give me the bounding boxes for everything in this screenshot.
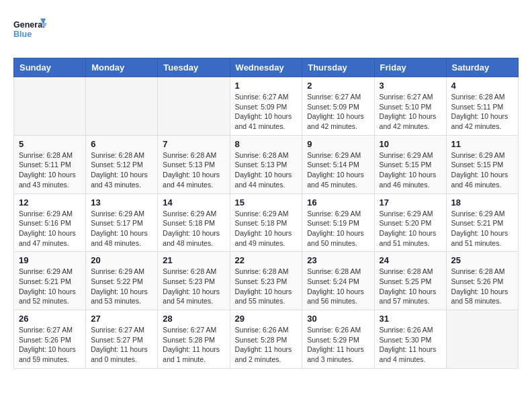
calendar-cell: 27Sunrise: 6:27 AM Sunset: 5:27 PM Dayli… bbox=[86, 310, 158, 369]
weekday-header-row: SundayMondayTuesdayWednesdayThursdayFrid… bbox=[14, 58, 519, 77]
calendar-cell: 7Sunrise: 6:28 AM Sunset: 5:13 PM Daylig… bbox=[158, 135, 230, 193]
day-info: Sunrise: 6:28 AM Sunset: 5:23 PM Dayligh… bbox=[163, 267, 224, 306]
day-info: Sunrise: 6:29 AM Sunset: 5:22 PM Dayligh… bbox=[91, 267, 152, 306]
day-number: 20 bbox=[91, 255, 152, 265]
day-number: 7 bbox=[163, 139, 224, 149]
day-number: 29 bbox=[235, 314, 298, 324]
calendar-cell: 15Sunrise: 6:29 AM Sunset: 5:18 PM Dayli… bbox=[230, 193, 302, 252]
day-number: 24 bbox=[380, 255, 441, 265]
svg-text:General: General bbox=[13, 20, 45, 30]
calendar-cell bbox=[446, 310, 518, 369]
calendar-week-4: 19Sunrise: 6:29 AM Sunset: 5:21 PM Dayli… bbox=[14, 252, 519, 310]
day-number: 25 bbox=[451, 255, 513, 265]
calendar-cell: 8Sunrise: 6:28 AM Sunset: 5:13 PM Daylig… bbox=[230, 135, 302, 193]
day-number: 19 bbox=[19, 255, 81, 265]
day-info: Sunrise: 6:28 AM Sunset: 5:11 PM Dayligh… bbox=[451, 92, 513, 132]
weekday-header-tuesday: Tuesday bbox=[158, 58, 230, 77]
day-info: Sunrise: 6:28 AM Sunset: 5:26 PM Dayligh… bbox=[451, 267, 513, 306]
calendar-week-3: 12Sunrise: 6:29 AM Sunset: 5:16 PM Dayli… bbox=[14, 193, 519, 252]
calendar-cell: 30Sunrise: 6:26 AM Sunset: 5:29 PM Dayli… bbox=[302, 310, 374, 369]
day-info: Sunrise: 6:27 AM Sunset: 5:26 PM Dayligh… bbox=[19, 325, 81, 365]
weekday-header-wednesday: Wednesday bbox=[230, 58, 302, 77]
weekday-header-saturday: Saturday bbox=[446, 58, 518, 77]
day-number: 10 bbox=[380, 139, 441, 149]
day-number: 31 bbox=[380, 314, 441, 324]
day-info: Sunrise: 6:28 AM Sunset: 5:23 PM Dayligh… bbox=[235, 267, 298, 306]
day-number: 4 bbox=[451, 81, 513, 91]
calendar-cell: 2Sunrise: 6:27 AM Sunset: 5:09 PM Daylig… bbox=[302, 77, 374, 136]
calendar-cell bbox=[14, 77, 86, 136]
day-number: 21 bbox=[163, 255, 224, 265]
logo-icon: General Blue bbox=[13, 13, 47, 47]
day-info: Sunrise: 6:29 AM Sunset: 5:21 PM Dayligh… bbox=[19, 267, 81, 306]
day-number: 26 bbox=[19, 314, 81, 324]
calendar-week-5: 26Sunrise: 6:27 AM Sunset: 5:26 PM Dayli… bbox=[14, 310, 519, 369]
day-info: Sunrise: 6:29 AM Sunset: 5:19 PM Dayligh… bbox=[307, 209, 369, 248]
calendar-cell: 19Sunrise: 6:29 AM Sunset: 5:21 PM Dayli… bbox=[14, 252, 86, 310]
calendar-cell: 1Sunrise: 6:27 AM Sunset: 5:09 PM Daylig… bbox=[230, 77, 302, 136]
calendar-cell: 6Sunrise: 6:28 AM Sunset: 5:12 PM Daylig… bbox=[86, 135, 158, 193]
calendar-table: SundayMondayTuesdayWednesdayThursdayFrid… bbox=[13, 58, 519, 369]
calendar-cell: 29Sunrise: 6:26 AM Sunset: 5:28 PM Dayli… bbox=[230, 310, 302, 369]
day-info: Sunrise: 6:27 AM Sunset: 5:09 PM Dayligh… bbox=[307, 92, 369, 132]
day-number: 12 bbox=[19, 197, 81, 208]
day-info: Sunrise: 6:27 AM Sunset: 5:28 PM Dayligh… bbox=[163, 325, 224, 365]
weekday-header-thursday: Thursday bbox=[302, 58, 374, 77]
day-number: 13 bbox=[91, 197, 152, 208]
calendar-cell: 5Sunrise: 6:28 AM Sunset: 5:11 PM Daylig… bbox=[14, 135, 86, 193]
day-number: 11 bbox=[451, 139, 513, 149]
day-number: 14 bbox=[163, 197, 224, 208]
calendar-cell: 21Sunrise: 6:28 AM Sunset: 5:23 PM Dayli… bbox=[158, 252, 230, 310]
day-number: 2 bbox=[307, 81, 369, 91]
day-info: Sunrise: 6:29 AM Sunset: 5:15 PM Dayligh… bbox=[451, 150, 513, 190]
day-number: 6 bbox=[91, 139, 152, 149]
day-info: Sunrise: 6:29 AM Sunset: 5:18 PM Dayligh… bbox=[235, 209, 298, 248]
day-number: 18 bbox=[451, 197, 513, 208]
calendar-cell: 31Sunrise: 6:26 AM Sunset: 5:30 PM Dayli… bbox=[374, 310, 446, 369]
calendar-cell: 24Sunrise: 6:28 AM Sunset: 5:25 PM Dayli… bbox=[374, 252, 446, 310]
calendar-cell: 16Sunrise: 6:29 AM Sunset: 5:19 PM Dayli… bbox=[302, 193, 374, 252]
calendar-cell: 14Sunrise: 6:29 AM Sunset: 5:18 PM Dayli… bbox=[158, 193, 230, 252]
calendar-cell: 28Sunrise: 6:27 AM Sunset: 5:28 PM Dayli… bbox=[158, 310, 230, 369]
day-number: 15 bbox=[235, 197, 298, 208]
calendar-cell: 10Sunrise: 6:29 AM Sunset: 5:15 PM Dayli… bbox=[374, 135, 446, 193]
day-number: 17 bbox=[380, 197, 441, 208]
day-info: Sunrise: 6:28 AM Sunset: 5:13 PM Dayligh… bbox=[163, 150, 224, 190]
day-info: Sunrise: 6:28 AM Sunset: 5:24 PM Dayligh… bbox=[307, 267, 369, 306]
day-number: 30 bbox=[307, 314, 369, 324]
calendar-week-1: 1Sunrise: 6:27 AM Sunset: 5:09 PM Daylig… bbox=[14, 77, 519, 136]
calendar-cell: 20Sunrise: 6:29 AM Sunset: 5:22 PM Dayli… bbox=[86, 252, 158, 310]
day-number: 22 bbox=[235, 255, 298, 265]
day-info: Sunrise: 6:28 AM Sunset: 5:25 PM Dayligh… bbox=[380, 267, 441, 306]
day-number: 9 bbox=[307, 139, 369, 149]
day-info: Sunrise: 6:29 AM Sunset: 5:16 PM Dayligh… bbox=[19, 209, 81, 248]
day-info: Sunrise: 6:26 AM Sunset: 5:30 PM Dayligh… bbox=[380, 325, 441, 365]
day-info: Sunrise: 6:29 AM Sunset: 5:14 PM Dayligh… bbox=[307, 150, 369, 190]
calendar-cell: 22Sunrise: 6:28 AM Sunset: 5:23 PM Dayli… bbox=[230, 252, 302, 310]
day-info: Sunrise: 6:28 AM Sunset: 5:12 PM Dayligh… bbox=[91, 150, 152, 190]
day-info: Sunrise: 6:29 AM Sunset: 5:15 PM Dayligh… bbox=[380, 150, 441, 190]
calendar-cell: 23Sunrise: 6:28 AM Sunset: 5:24 PM Dayli… bbox=[302, 252, 374, 310]
day-info: Sunrise: 6:29 AM Sunset: 5:20 PM Dayligh… bbox=[380, 209, 441, 248]
calendar-cell bbox=[86, 77, 158, 136]
day-info: Sunrise: 6:28 AM Sunset: 5:13 PM Dayligh… bbox=[235, 150, 298, 190]
weekday-header-friday: Friday bbox=[374, 58, 446, 77]
calendar-cell: 13Sunrise: 6:29 AM Sunset: 5:17 PM Dayli… bbox=[86, 193, 158, 252]
calendar-cell: 12Sunrise: 6:29 AM Sunset: 5:16 PM Dayli… bbox=[14, 193, 86, 252]
calendar-cell: 17Sunrise: 6:29 AM Sunset: 5:20 PM Dayli… bbox=[374, 193, 446, 252]
day-number: 28 bbox=[163, 314, 224, 324]
day-number: 16 bbox=[307, 197, 369, 208]
day-info: Sunrise: 6:28 AM Sunset: 5:11 PM Dayligh… bbox=[19, 150, 81, 190]
weekday-header-sunday: Sunday bbox=[14, 58, 86, 77]
day-number: 23 bbox=[307, 255, 369, 265]
day-info: Sunrise: 6:26 AM Sunset: 5:29 PM Dayligh… bbox=[307, 325, 369, 365]
calendar-cell: 9Sunrise: 6:29 AM Sunset: 5:14 PM Daylig… bbox=[302, 135, 374, 193]
calendar-cell: 26Sunrise: 6:27 AM Sunset: 5:26 PM Dayli… bbox=[14, 310, 86, 369]
logo: General Blue bbox=[13, 13, 47, 47]
day-info: Sunrise: 6:29 AM Sunset: 5:17 PM Dayligh… bbox=[91, 209, 152, 248]
day-number: 3 bbox=[380, 81, 441, 91]
calendar-cell: 3Sunrise: 6:27 AM Sunset: 5:10 PM Daylig… bbox=[374, 77, 446, 136]
weekday-header-monday: Monday bbox=[86, 58, 158, 77]
day-info: Sunrise: 6:29 AM Sunset: 5:18 PM Dayligh… bbox=[163, 209, 224, 248]
calendar-cell: 18Sunrise: 6:29 AM Sunset: 5:21 PM Dayli… bbox=[446, 193, 518, 252]
